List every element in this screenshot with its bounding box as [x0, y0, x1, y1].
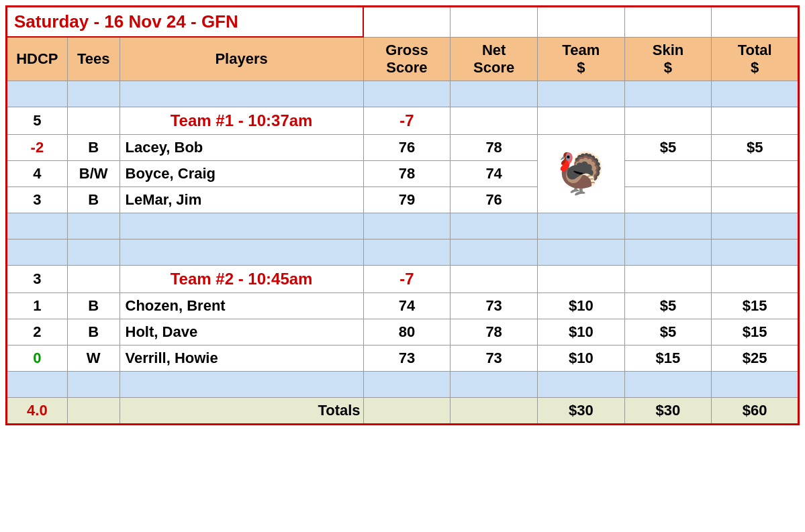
- t2p2-skin: $5: [624, 319, 712, 345]
- t2p3-net: 73: [451, 345, 538, 371]
- t2p3-team: $10: [537, 345, 624, 371]
- t2p2-hdcp: 2: [7, 319, 68, 345]
- team1-hdcp: 5: [7, 107, 68, 134]
- t1p2-tees: B/W: [67, 160, 120, 187]
- title-row: Saturday - 16 Nov 24 - GFN: [7, 7, 799, 38]
- t2p2-gross: 80: [363, 319, 451, 345]
- team1-header-row: 5 Team #1 - 10:37am -7: [7, 107, 799, 134]
- spacer-row-4: [7, 371, 799, 397]
- team2-player2-row: 2 B Holt, Dave 80 78 $10 $5 $15: [7, 319, 799, 345]
- totals-hdcp: 4.0: [7, 397, 68, 424]
- t2p2-tees: B: [67, 319, 120, 345]
- totals-team: $30: [537, 397, 624, 424]
- col-gross: GrossScore: [363, 37, 451, 81]
- t1p1-skin: $5: [624, 134, 712, 160]
- spacer-row-2: [7, 213, 799, 239]
- t2p1-hdcp: 1: [7, 292, 68, 319]
- title-spacer-2: [451, 7, 538, 38]
- t2p2-team: $10: [537, 319, 624, 345]
- t2p1-skin: $5: [624, 292, 712, 319]
- t2p3-hdcp: 0: [7, 345, 68, 371]
- t2p2-net: 78: [451, 319, 538, 345]
- t1p1-gross: 76: [363, 134, 451, 160]
- page-wrapper: Saturday - 16 Nov 24 - GFN HDCP Tees Pla…: [0, 0, 805, 431]
- team2-label: Team #2 - 10:45am: [120, 265, 363, 292]
- totals-total: $60: [712, 397, 799, 424]
- t2p2-total: $15: [712, 319, 799, 345]
- spacer-row-1: [7, 81, 799, 107]
- col-hdcp: HDCP: [7, 37, 68, 81]
- title-spacer-3: [537, 7, 624, 38]
- team1-score: -7: [363, 107, 451, 134]
- t1p2-gross: 78: [363, 160, 451, 187]
- col-skin: Skin$: [624, 37, 712, 81]
- title-spacer-4: [624, 7, 712, 38]
- team2-header-row: 3 Team #2 - 10:45am -7: [7, 265, 799, 292]
- t2p1-team: $10: [537, 292, 624, 319]
- team2-hdcp: 3: [7, 265, 68, 292]
- t1p1-name: Lacey, Bob: [120, 134, 363, 160]
- t2p3-tees: W: [67, 345, 120, 371]
- t2p1-gross: 74: [363, 292, 451, 319]
- totals-skin: $30: [624, 397, 712, 424]
- t1p3-tees: B: [67, 187, 120, 213]
- t1p1-tees: B: [67, 134, 120, 160]
- t1p1-net: 78: [451, 134, 538, 160]
- t1p3-net: 76: [451, 187, 538, 213]
- team1-label: Team #1 - 10:37am: [120, 107, 363, 134]
- t2p3-name: Verrill, Howie: [120, 345, 363, 371]
- team1-player1-row: -2 B Lacey, Bob 76 78 🦃 $5 $5: [7, 134, 799, 160]
- team2-player1-row: 1 B Chozen, Brent 74 73 $10 $5 $15: [7, 292, 799, 319]
- title-cell: Saturday - 16 Nov 24 - GFN: [7, 7, 364, 38]
- col-total: Total$: [712, 37, 799, 81]
- t2p3-total: $25: [712, 345, 799, 371]
- column-header-row: HDCP Tees Players GrossScore NetScore Te…: [7, 37, 799, 81]
- t1p2-hdcp: 4: [7, 160, 68, 187]
- t1p2-net: 74: [451, 160, 538, 187]
- t2p1-name: Chozen, Brent: [120, 292, 363, 319]
- t2p1-net: 73: [451, 292, 538, 319]
- totals-row: 4.0 Totals $30 $30 $60: [7, 397, 799, 424]
- t2p3-gross: 73: [363, 345, 451, 371]
- page-title: Saturday - 16 Nov 24 - GFN: [14, 11, 238, 32]
- totals-label: Totals: [120, 397, 363, 424]
- team1-player2-row: 4 B/W Boyce, Craig 78 74: [7, 160, 799, 187]
- t1p2-total: [712, 160, 799, 187]
- t1p3-hdcp: 3: [7, 187, 68, 213]
- t2p1-tees: B: [67, 292, 120, 319]
- t1p3-total: [712, 187, 799, 213]
- col-team: Team$: [537, 37, 624, 81]
- spacer-row-3: [7, 239, 799, 265]
- turkey-cell: 🦃: [537, 134, 624, 213]
- t1p1-total: $5: [712, 134, 799, 160]
- col-players: Players: [120, 37, 363, 81]
- t2p3-skin: $15: [624, 345, 712, 371]
- t1p3-name: LeMar, Jim: [120, 187, 363, 213]
- title-spacer-1: [363, 7, 451, 38]
- turkey-icon: 🦃: [556, 154, 606, 194]
- team1-player3-row: 3 B LeMar, Jim 79 76: [7, 187, 799, 213]
- t1p3-gross: 79: [363, 187, 451, 213]
- col-tees: Tees: [67, 37, 120, 81]
- t1p2-name: Boyce, Craig: [120, 160, 363, 187]
- t2p2-name: Holt, Dave: [120, 319, 363, 345]
- col-net: NetScore: [451, 37, 538, 81]
- team2-score: -7: [363, 265, 451, 292]
- title-spacer-5: [712, 7, 799, 38]
- t2p1-total: $15: [712, 292, 799, 319]
- t1p3-skin: [624, 187, 712, 213]
- t1p1-hdcp: -2: [7, 134, 68, 160]
- scores-table: Saturday - 16 Nov 24 - GFN HDCP Tees Pla…: [5, 5, 800, 425]
- team2-player3-row: 0 W Verrill, Howie 73 73 $10 $15 $25: [7, 345, 799, 371]
- t1p2-skin: [624, 160, 712, 187]
